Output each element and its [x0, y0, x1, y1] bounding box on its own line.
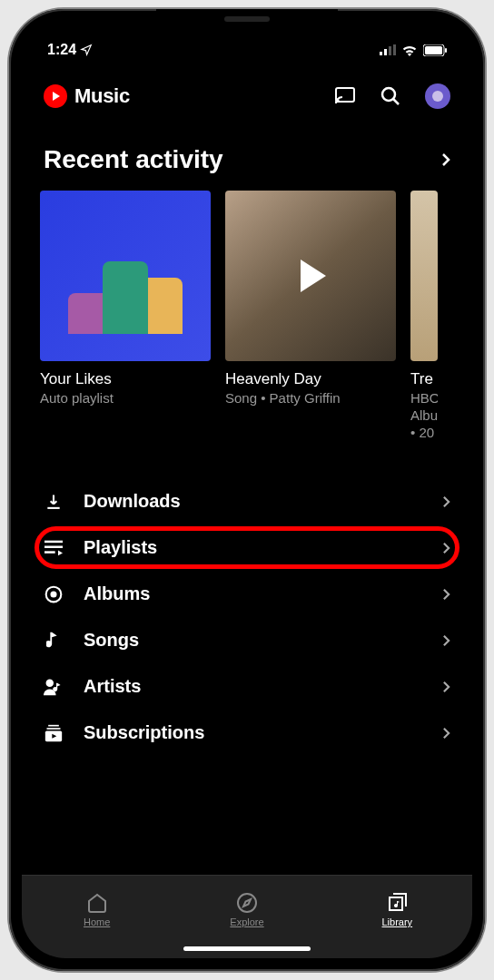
- play-icon: [301, 260, 326, 292]
- song-artwork: [225, 191, 396, 361]
- card-subtitle: Auto playlist: [40, 390, 211, 406]
- card-subtitle: HBO: [410, 390, 438, 406]
- battery-icon: [423, 44, 447, 56]
- recent-card-peek[interactable]: Tre HBO Albu • 20: [410, 191, 438, 440]
- download-icon: [44, 492, 64, 512]
- chevron-right-icon: [442, 634, 450, 647]
- explore-icon: [236, 892, 258, 914]
- card-title: Tre: [410, 370, 438, 388]
- svg-point-16: [46, 679, 54, 686]
- library-item-albums[interactable]: Albums: [22, 571, 472, 617]
- library-icon: [386, 892, 408, 914]
- tab-label: Library: [382, 916, 413, 927]
- svg-rect-13: [44, 551, 55, 554]
- likes-artwork: [40, 191, 211, 361]
- svg-point-15: [52, 592, 56, 596]
- card-subtitle: Song • Patty Griffin: [225, 390, 396, 406]
- playlist-icon: [44, 538, 64, 558]
- recent-activity-cards: Your Likes Auto playlist Heavenly Day So…: [22, 191, 472, 440]
- chevron-right-icon: [442, 681, 450, 693]
- search-icon[interactable]: [380, 85, 401, 107]
- recent-activity-title: Recent activity: [44, 145, 223, 174]
- library-item-label: Artists: [84, 676, 422, 697]
- library-item-label: Songs: [84, 630, 422, 651]
- signal-icon: [380, 44, 396, 55]
- recent-card-song[interactable]: Heavenly Day Song • Patty Griffin: [225, 191, 396, 440]
- subscriptions-icon: [44, 723, 64, 743]
- svg-rect-17: [48, 724, 59, 726]
- library-item-label: Albums: [84, 583, 422, 604]
- chevron-right-icon: [442, 588, 450, 601]
- library-item-label: Subscriptions: [84, 722, 422, 743]
- svg-rect-18: [47, 728, 61, 730]
- tab-label: Explore: [230, 916, 263, 927]
- recent-activity-header[interactable]: Recent activity: [22, 118, 472, 191]
- home-indicator[interactable]: [183, 946, 311, 951]
- wifi-icon: [401, 44, 418, 56]
- svg-rect-3: [393, 44, 396, 55]
- card-subtitle: Albu: [410, 407, 438, 423]
- svg-rect-11: [44, 540, 63, 543]
- svg-rect-2: [389, 46, 391, 55]
- library-item-subscriptions[interactable]: Subscriptions: [22, 710, 472, 756]
- library-item-artists[interactable]: Artists: [22, 663, 472, 710]
- app-header: Music: [22, 65, 472, 118]
- library-item-songs[interactable]: Songs: [22, 617, 472, 663]
- app-title: Music: [74, 84, 130, 108]
- tab-home[interactable]: Home: [22, 876, 172, 958]
- artist-icon: [44, 677, 64, 697]
- library-item-downloads[interactable]: Downloads: [22, 478, 472, 524]
- svg-line-9: [393, 99, 399, 104]
- status-time: 1:24: [47, 42, 76, 58]
- home-icon: [86, 892, 108, 914]
- chevron-right-icon: [441, 152, 450, 167]
- svg-rect-0: [380, 52, 382, 55]
- tab-label: Home: [84, 916, 110, 927]
- chevron-right-icon: [442, 727, 450, 740]
- album-artwork: [410, 191, 438, 361]
- library-item-playlists[interactable]: Playlists: [22, 524, 472, 571]
- card-subtitle: • 20: [410, 425, 438, 440]
- svg-point-20: [238, 894, 256, 912]
- avatar[interactable]: [425, 83, 450, 109]
- card-title: Your Likes: [40, 370, 211, 388]
- library-list: Downloads Playlists Albums: [22, 478, 472, 756]
- svg-rect-5: [425, 46, 442, 54]
- notch: [156, 9, 338, 34]
- library-item-label: Downloads: [84, 491, 422, 512]
- chevron-right-icon: [442, 542, 450, 554]
- album-icon: [44, 584, 64, 604]
- music-note-icon: [44, 631, 64, 651]
- screen: 1:24 Music Recent activity: [22, 22, 472, 958]
- recent-card-likes[interactable]: Your Likes Auto playlist: [40, 191, 211, 440]
- svg-point-8: [382, 88, 395, 101]
- chevron-right-icon: [442, 495, 450, 508]
- location-icon: [80, 44, 93, 56]
- youtube-music-logo-icon: [44, 84, 67, 108]
- svg-rect-12: [44, 545, 63, 548]
- card-title: Heavenly Day: [225, 370, 396, 388]
- svg-rect-6: [445, 48, 447, 53]
- library-item-label: Playlists: [84, 537, 422, 558]
- tab-library[interactable]: Library: [322, 876, 472, 958]
- thumbs-up-icon: [103, 261, 148, 334]
- svg-rect-10: [47, 506, 59, 508]
- cast-icon[interactable]: [334, 85, 356, 107]
- phone-frame: 1:24 Music Recent activity: [9, 9, 485, 971]
- app-logo[interactable]: Music: [44, 84, 130, 108]
- svg-rect-1: [384, 49, 387, 55]
